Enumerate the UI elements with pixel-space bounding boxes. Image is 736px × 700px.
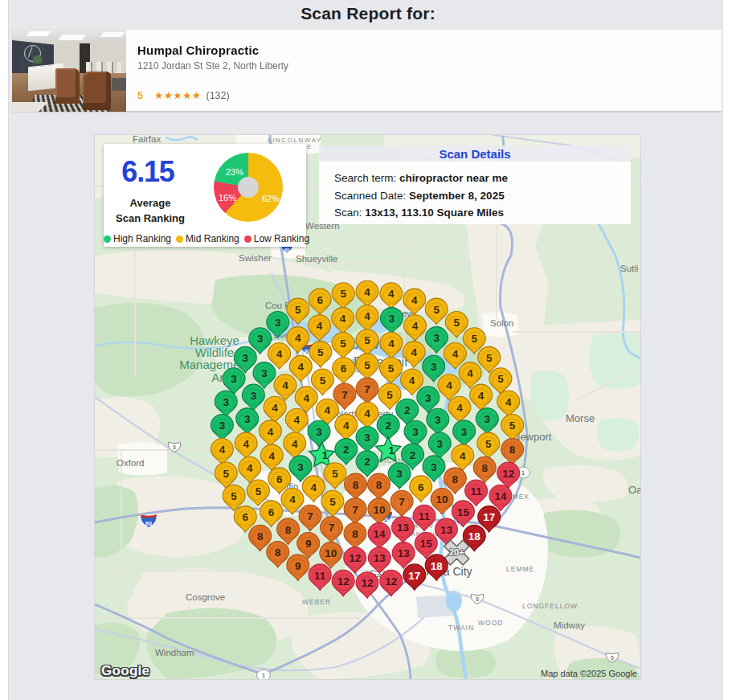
svg-text:2: 2 xyxy=(385,420,391,432)
svg-text:Shueyville: Shueyville xyxy=(296,254,337,264)
svg-text:2: 2 xyxy=(343,444,350,456)
svg-text:3: 3 xyxy=(275,317,281,329)
svg-text:3: 3 xyxy=(434,332,440,344)
svg-text:Oa: Oa xyxy=(628,484,640,496)
svg-text:12: 12 xyxy=(385,575,397,587)
svg-text:4: 4 xyxy=(364,286,370,298)
svg-text:4: 4 xyxy=(268,426,274,438)
svg-text:4: 4 xyxy=(364,310,370,322)
svg-text:Solon: Solon xyxy=(490,318,513,328)
svg-text:15: 15 xyxy=(420,538,433,550)
svg-text:3: 3 xyxy=(257,333,264,345)
svg-text:1: 1 xyxy=(388,444,395,456)
svg-text:3: 3 xyxy=(412,426,419,438)
svg-text:17: 17 xyxy=(483,511,495,523)
svg-text:8: 8 xyxy=(376,479,382,491)
svg-text:4: 4 xyxy=(317,320,323,332)
svg-text:5: 5 xyxy=(231,490,237,502)
svg-text:14: 14 xyxy=(374,528,386,540)
svg-text:80: 80 xyxy=(145,520,152,527)
svg-text:4: 4 xyxy=(247,462,253,474)
svg-text:Midway: Midway xyxy=(554,620,585,630)
svg-text:4: 4 xyxy=(452,348,459,360)
svg-text:8: 8 xyxy=(257,530,264,542)
svg-text:4: 4 xyxy=(269,450,276,462)
svg-text:4: 4 xyxy=(411,294,418,306)
svg-text:4: 4 xyxy=(456,402,463,414)
svg-text:7: 7 xyxy=(307,510,313,522)
svg-text:4: 4 xyxy=(272,402,278,414)
svg-text:5: 5 xyxy=(509,420,516,432)
svg-text:13: 13 xyxy=(440,524,453,536)
svg-text:4: 4 xyxy=(311,481,317,493)
svg-text:8: 8 xyxy=(353,479,359,491)
svg-text:3: 3 xyxy=(251,390,257,402)
svg-text:8: 8 xyxy=(509,444,516,456)
svg-text:11: 11 xyxy=(314,570,326,582)
svg-text:4: 4 xyxy=(289,493,296,506)
svg-text:8: 8 xyxy=(275,546,281,559)
svg-text:10: 10 xyxy=(373,504,385,516)
svg-text:3: 3 xyxy=(261,367,268,379)
svg-text:9: 9 xyxy=(295,560,301,572)
svg-text:5: 5 xyxy=(340,288,346,300)
svg-text:3: 3 xyxy=(461,426,468,438)
svg-text:LEMME: LEMME xyxy=(506,565,534,573)
svg-text:5: 5 xyxy=(433,304,440,316)
svg-text:8: 8 xyxy=(452,473,459,485)
svg-text:5: 5 xyxy=(223,468,230,480)
svg-text:4: 4 xyxy=(325,404,331,416)
svg-text:6: 6 xyxy=(317,294,323,306)
svg-text:4: 4 xyxy=(388,288,395,300)
svg-text:3: 3 xyxy=(316,426,322,438)
svg-text:4: 4 xyxy=(411,346,417,358)
svg-text:3: 3 xyxy=(244,413,251,425)
svg-text:3: 3 xyxy=(223,396,230,408)
svg-text:4: 4 xyxy=(388,338,395,350)
svg-text:4: 4 xyxy=(340,313,346,325)
svg-text:5: 5 xyxy=(497,373,504,385)
svg-text:LINCOLNWAY: LINCOLNWAY xyxy=(268,137,322,144)
svg-text:80: 80 xyxy=(284,248,289,252)
svg-text:4: 4 xyxy=(282,379,288,391)
svg-text:5: 5 xyxy=(317,346,324,358)
svg-text:12: 12 xyxy=(349,552,361,564)
svg-text:4: 4 xyxy=(412,320,419,332)
svg-text:3: 3 xyxy=(231,373,237,385)
svg-text:11: 11 xyxy=(470,485,482,497)
svg-text:4: 4 xyxy=(295,332,301,344)
svg-text:1: 1 xyxy=(322,449,329,461)
svg-text:4: 4 xyxy=(293,414,300,426)
svg-text:17: 17 xyxy=(408,570,420,582)
svg-text:4: 4 xyxy=(446,379,452,391)
svg-text:3: 3 xyxy=(431,361,437,373)
svg-text:4: 4 xyxy=(364,407,370,420)
svg-text:18: 18 xyxy=(468,530,481,542)
svg-text:13: 13 xyxy=(397,522,410,534)
svg-text:13: 13 xyxy=(398,547,411,559)
svg-text:5: 5 xyxy=(364,334,370,346)
svg-text:WOOD: WOOD xyxy=(478,619,503,627)
svg-text:5: 5 xyxy=(320,375,326,387)
svg-text:5: 5 xyxy=(388,362,395,375)
svg-text:14: 14 xyxy=(494,490,507,502)
svg-text:6: 6 xyxy=(476,596,479,602)
svg-text:4: 4 xyxy=(276,348,283,360)
svg-text:E: E xyxy=(307,143,312,150)
svg-text:1: 1 xyxy=(521,469,525,477)
svg-text:Oxford: Oxford xyxy=(117,458,145,468)
svg-text:5: 5 xyxy=(332,468,338,480)
svg-text:5: 5 xyxy=(329,496,336,508)
svg-text:9: 9 xyxy=(305,538,312,550)
svg-text:6: 6 xyxy=(611,655,614,661)
svg-text:4: 4 xyxy=(467,367,473,379)
svg-text:11: 11 xyxy=(419,510,431,522)
svg-text:3: 3 xyxy=(435,414,441,426)
svg-text:5: 5 xyxy=(486,352,493,364)
svg-text:13: 13 xyxy=(374,552,386,564)
svg-text:12: 12 xyxy=(361,577,373,589)
svg-text:3: 3 xyxy=(396,468,403,480)
svg-text:80: 80 xyxy=(305,349,309,354)
svg-text:5: 5 xyxy=(472,333,478,345)
svg-text:8: 8 xyxy=(481,462,488,474)
